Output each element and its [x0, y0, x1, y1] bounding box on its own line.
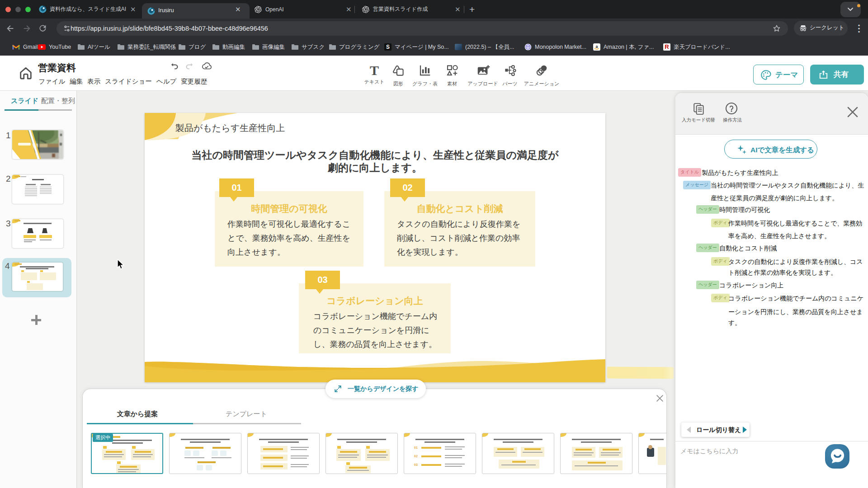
svg-text:a: a — [596, 44, 598, 49]
